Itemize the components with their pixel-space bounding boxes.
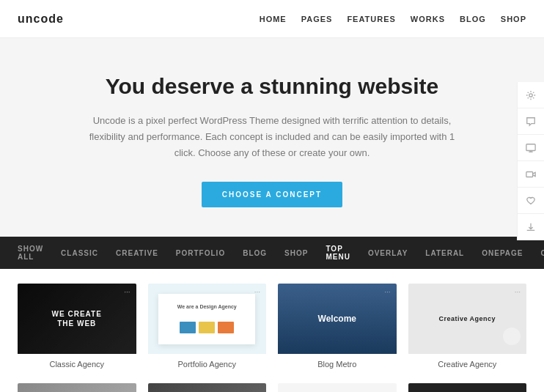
main-nav: HOME PAGES FEATURES WORKS BLOG SHOP	[260, 15, 526, 23]
filter-top-menu[interactable]: TOP MENU	[326, 242, 350, 264]
filter-bar: SHOW ALL CLASSIC CREATIVE PORTFOLIO BLOG…	[0, 237, 544, 269]
settings-icon[interactable]	[518, 82, 544, 108]
card-blog-metro[interactable]: Welcome ··· Blog Metro	[278, 284, 397, 371]
card-bottom-1[interactable]: Branding websites & marketing	[18, 383, 136, 392]
card-bottom-2[interactable]: We are proudly a ...	[148, 383, 267, 392]
svg-rect-1	[526, 144, 535, 150]
filter-blog[interactable]: BLOG	[243, 246, 267, 260]
filter-onepage[interactable]: ONEPAGE	[482, 246, 523, 260]
card-label-portfolio-agency: Portfolio Agency	[148, 354, 267, 371]
heart-icon[interactable]	[518, 188, 544, 214]
bottom-cards-row: Branding websites & marketing We are pro…	[18, 383, 526, 392]
filter-creative[interactable]: CREATIVE	[116, 246, 158, 260]
card-label-classic-agency: Classic Agency	[18, 354, 136, 371]
nav-pages[interactable]: PAGES	[301, 15, 333, 23]
svg-point-0	[529, 93, 532, 96]
nav-works[interactable]: WORKS	[411, 15, 445, 23]
thumb-bottom-4: NEW ALBUM	[408, 383, 527, 392]
hero-section: You deserve a stunning website Uncode is…	[0, 38, 544, 237]
svg-rect-2	[526, 171, 533, 177]
thumb-bottom-1: Branding websites & marketing	[18, 383, 136, 392]
filter-overlay[interactable]: OVERLAY	[368, 246, 408, 260]
nav-home[interactable]: HOME	[260, 15, 287, 23]
thumb-blog-metro: Welcome ···	[278, 284, 397, 354]
card-dots-icon-3: ···	[384, 288, 390, 296]
cta-button[interactable]: CHOOSE A CONCEPT	[202, 182, 342, 207]
cards-grid: WE CREATETHE WEB ··· Classic Agency We a…	[18, 284, 526, 371]
card-bottom-4[interactable]: NEW ALBUM	[408, 383, 527, 392]
comment-icon[interactable]	[518, 108, 544, 135]
filter-show-all[interactable]: SHOW ALL	[18, 242, 43, 264]
card-classic-agency[interactable]: WE CREATETHE WEB ··· Classic Agency	[18, 284, 136, 371]
filter-portfolio[interactable]: PORTFOLIO	[176, 246, 225, 260]
nav-shop[interactable]: SHOP	[501, 15, 526, 23]
card-portfolio-agency[interactable]: We are a Design Agency ··· Portfolio Age…	[148, 284, 267, 371]
filter-offcanvas[interactable]: OFFCANVAS	[541, 246, 545, 260]
download-icon[interactable]	[518, 214, 544, 240]
thumb-bottom-2: We are proudly a ...	[148, 383, 267, 392]
thumb-classic-agency: WE CREATETHE WEB ···	[18, 284, 136, 354]
card-dots-icon-4: ···	[515, 288, 521, 296]
filter-shop[interactable]: SHOP	[284, 246, 308, 260]
thumb-creative-agency: Creative Agency ···	[408, 284, 527, 354]
logo[interactable]: uncode	[18, 12, 64, 26]
card-label-blog-metro: Blog Metro	[278, 354, 397, 371]
card-dots-icon: ···	[124, 288, 130, 296]
nav-features[interactable]: FEATURES	[347, 15, 395, 23]
grid-section: WE CREATETHE WEB ··· Classic Agency We a…	[0, 269, 544, 392]
nav-blog[interactable]: BLOG	[460, 15, 486, 23]
hero-subtitle: Uncode is a pixel perfect WordPress Them…	[81, 113, 463, 161]
sidebar-icons	[517, 82, 544, 240]
video-icon[interactable]	[518, 161, 544, 188]
hero-title: You deserve a stunning website	[59, 73, 485, 100]
thumb-bottom-3: We're a design studio that believe in th…	[278, 383, 397, 392]
filter-classic[interactable]: CLASSIC	[61, 246, 98, 260]
header: uncode HOME PAGES FEATURES WORKS BLOG SH…	[0, 0, 544, 38]
thumb-portfolio-agency: We are a Design Agency ···	[148, 284, 267, 354]
monitor-icon[interactable]	[518, 135, 544, 161]
card-creative-agency[interactable]: Creative Agency ··· Creative Agency	[408, 284, 527, 371]
card-dots-icon-2: ···	[254, 288, 260, 296]
filter-lateral[interactable]: LATERAL	[425, 246, 464, 260]
card-label-creative-agency: Creative Agency	[408, 354, 527, 371]
card-bottom-3[interactable]: We're a design studio that believe in th…	[278, 383, 397, 392]
